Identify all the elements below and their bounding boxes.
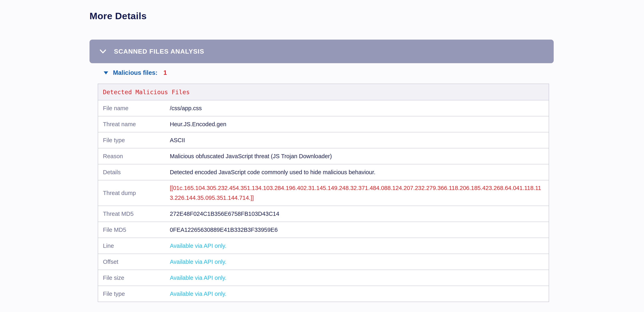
table-row: OffsetAvailable via API only. <box>98 254 549 270</box>
row-value-api-link[interactable]: Available via API only. <box>170 275 549 281</box>
row-label: Threat MD5 <box>98 211 170 217</box>
row-value: ASCII <box>170 137 549 144</box>
details-page: More Details SCANNED FILES ANALYSIS Mali… <box>90 0 554 302</box>
table-row: ReasonMalicious obfuscated JavaScript th… <box>98 148 549 164</box>
row-label: Threat dump <box>98 190 170 196</box>
row-label: File type <box>98 291 170 297</box>
table-row: DetailsDetected encoded JavaScript code … <box>98 164 549 180</box>
table-row: LineAvailable via API only. <box>98 238 549 254</box>
row-value: 272E48F024C1B356E6758FB103D43C14 <box>170 211 549 217</box>
malicious-files-toggle[interactable]: Malicious files: 1 <box>104 69 554 76</box>
table-row: File MD50FEA12265630889E41B332B3F33959E6 <box>98 222 549 238</box>
row-value: [[01c.165.104.305.232.454.351.134.103.28… <box>170 183 549 203</box>
row-label: Offset <box>98 259 170 265</box>
row-value-api-link[interactable]: Available via API only. <box>170 259 549 265</box>
table-row: Threat MD5272E48F024C1B356E6758FB103D43C… <box>98 206 549 222</box>
table-header: Detected Malicious Files <box>98 84 549 100</box>
table-row: Threat dump[[01c.165.104.305.232.454.351… <box>98 180 549 206</box>
table-row: File name/css/app.css <box>98 100 549 116</box>
page-title: More Details <box>90 10 554 21</box>
row-label: Line <box>98 243 170 249</box>
row-label: File type <box>98 137 170 144</box>
row-label: Details <box>98 169 170 176</box>
table-row: Threat nameHeur.JS.Encoded.gen <box>98 116 549 132</box>
row-label: Threat name <box>98 121 170 128</box>
section-header-scanned-files[interactable]: SCANNED FILES ANALYSIS <box>90 40 554 63</box>
row-value: Detected encoded JavaScript code commonl… <box>170 169 549 176</box>
row-label: File MD5 <box>98 227 170 233</box>
row-value: Heur.JS.Encoded.gen <box>170 121 549 128</box>
table-body: File name/css/app.cssThreat nameHeur.JS.… <box>98 100 549 302</box>
triangle-down-icon <box>104 71 108 74</box>
row-value: /css/app.css <box>170 105 549 112</box>
malicious-file-table: Detected Malicious Files File name/css/a… <box>98 84 549 302</box>
chevron-down-icon <box>100 49 106 54</box>
table-row: File sizeAvailable via API only. <box>98 270 549 286</box>
section-title: SCANNED FILES ANALYSIS <box>114 48 204 55</box>
row-label: File size <box>98 275 170 281</box>
row-value-api-link[interactable]: Available via API only. <box>170 243 549 249</box>
row-label: Reason <box>98 153 170 159</box>
malicious-files-label: Malicious files: <box>113 69 158 76</box>
row-value-api-link[interactable]: Available via API only. <box>170 291 549 297</box>
row-value: 0FEA12265630889E41B332B3F33959E6 <box>170 227 549 233</box>
malicious-files-count: 1 <box>164 69 167 76</box>
table-row: File typeAvailable via API only. <box>98 286 549 302</box>
row-value: Malicious obfuscated JavaScript threat (… <box>170 153 549 159</box>
table-row: File typeASCII <box>98 132 549 148</box>
row-label: File name <box>98 105 170 112</box>
